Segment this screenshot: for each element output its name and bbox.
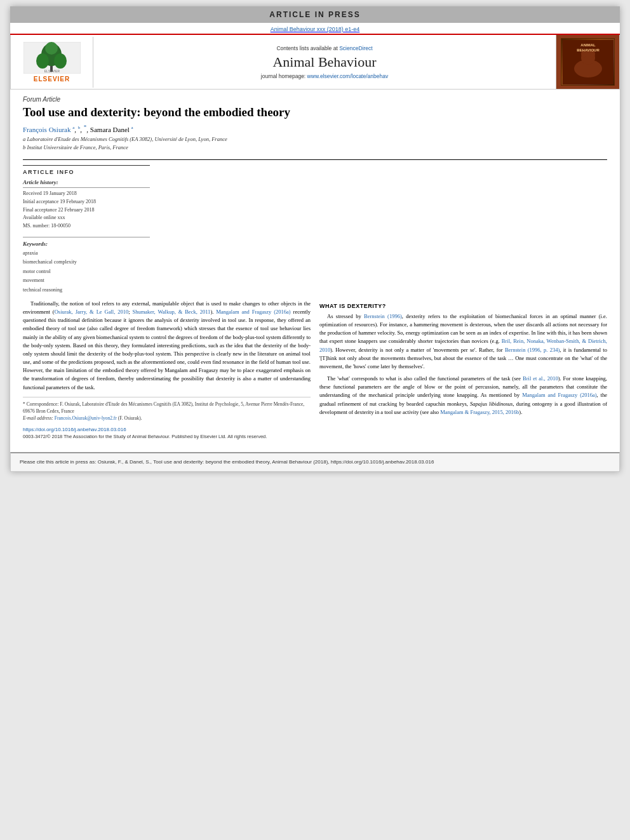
species-name: Sapajus libidinosus: [470, 401, 513, 407]
keywords-title: Keywords:: [23, 241, 150, 247]
contents-text: Contents lists available at ScienceDirec…: [100, 45, 549, 51]
svg-point-3: [36, 53, 49, 69]
doi-link[interactable]: https://doi.org/10.1016/j.anbehav.2018.0…: [23, 427, 126, 432]
body-left-column: Traditionally, the notion of tool refers…: [23, 300, 311, 439]
homepage-link[interactable]: www.elsevier.com/locate/anbehav: [307, 73, 389, 79]
footnote-email: E-mail address: Francois.Osiurak@univ-ly…: [23, 415, 311, 422]
email-link[interactable]: Francois.Osiurak@univ-lyon2.fr: [55, 415, 117, 421]
history-received: Received 19 January 2018: [23, 190, 150, 198]
svg-point-4: [54, 53, 67, 69]
affil-b[interactable]: b: [78, 125, 81, 130]
keywords-list: apraxia biomechanical complexity motor c…: [23, 249, 150, 295]
doi-line: https://doi.org/10.1016/j.anbehav.2018.0…: [23, 425, 311, 432]
journal-name: Animal Behaviour: [100, 54, 549, 70]
svg-text:ANIMAL: ANIMAL: [580, 43, 596, 47]
cover-svg: ANIMAL BEHAVIOUR: [563, 40, 613, 84]
body-right-column: WHAT IS DEXTERITY? As stressed by Bernst…: [319, 300, 607, 439]
affiliation-a: a Laboratoire d'Etude des Mécanismes Cog…: [23, 135, 607, 143]
ref-bril2010-2[interactable]: Bril et al., 2010: [523, 375, 558, 382]
keyword-movement: movement: [23, 276, 150, 285]
main-content: Forum Article Tool use and dexterity: be…: [10, 90, 620, 446]
history-initial: Initial acceptance 19 February 2018: [23, 198, 150, 206]
info-columns: ARTICLE INFO Article history: Received 1…: [23, 165, 607, 295]
ref-mangalam2015-2016b[interactable]: Mangalam & Fragaszy, 2015, 2016b: [440, 409, 519, 415]
journal-ref-text: Animal Behaviour xxx (2018) e1-e4: [271, 26, 360, 32]
citation-bar: Please cite this article in press as: Os…: [10, 452, 620, 472]
journal-ref-link[interactable]: Animal Behaviour xxx (2018) e1-e4: [271, 25, 360, 32]
elsevier-label: ELSEVIER: [34, 76, 70, 83]
keyword-biomechanical: biomechanical complexity: [23, 258, 150, 267]
article-info-box: ARTICLE INFO Article history: Received 1…: [23, 165, 150, 230]
article-info-section: ARTICLE INFO Article history: Received 1…: [23, 159, 607, 295]
ref-shumaker[interactable]: Shumaker, Walkup, & Beck, 2011: [132, 309, 210, 315]
affiliation-b: b Institut Universitaire de France, Pari…: [23, 143, 607, 152]
body-right-paragraph-1: As stressed by Bernstein (1996), dexteri…: [319, 312, 607, 371]
svg-text:ELSEVIER: ELSEVIER: [44, 69, 60, 73]
article-title: Tool use and dexterity: beyond the embod…: [23, 105, 607, 120]
page: ARTICLE IN PRESS Animal Behaviour xxx (2…: [10, 6, 620, 472]
right-info-column: [160, 165, 607, 295]
footnote-correspondence: * Correspondence: F. Osiurak, Laboratoir…: [23, 401, 311, 415]
author-danel[interactable]: Samara Danel: [90, 125, 130, 133]
aip-banner: ARTICLE IN PRESS: [10, 6, 620, 23]
svg-text:BEHAVIOUR: BEHAVIOUR: [577, 48, 600, 52]
body-paragraph-1: Traditionally, the notion of tool refers…: [23, 300, 311, 392]
ref-bernstein1996-2[interactable]: Bernstein (1996, p. 234): [505, 347, 560, 353]
ref-bril2010[interactable]: Bril, Rein, Nonaka, Wenban-Smith, & Diet…: [319, 338, 607, 352]
aip-banner-text: ARTICLE IN PRESS: [269, 10, 360, 19]
ref-osiurak2010[interactable]: Osiurak, Jarry, & Le Gall, 2010: [55, 309, 128, 315]
authors-line: François Osiurak a, b, *, Samara Danel a: [23, 124, 607, 133]
article-history-text: Received 19 January 2018 Initial accepta…: [23, 190, 150, 230]
journal-title-area: Contents lists available at ScienceDirec…: [93, 41, 556, 83]
homepage-line: journal homepage: www.elsevier.com/locat…: [100, 73, 549, 79]
keyword-apraxia: apraxia: [23, 249, 150, 258]
ref-mangalam2016a[interactable]: Mangalam and Fragaszy (2016a): [216, 309, 290, 315]
left-info-column: ARTICLE INFO Article history: Received 1…: [23, 165, 150, 295]
ref-mangalam2016a-2[interactable]: Mangalam and Fragaszy (2016a): [522, 392, 596, 398]
elsevier-logo-area: ELSEVIER ELSEVIER: [11, 37, 93, 88]
journal-header-row: ELSEVIER ELSEVIER Contents lists availab…: [10, 35, 620, 90]
affil-a2[interactable]: a: [131, 125, 133, 130]
svg-point-5: [45, 42, 58, 55]
article-history-title: Article history:: [23, 179, 150, 188]
copyright-line: 0003-3472/© 2018 The Association for the…: [23, 434, 311, 439]
footnote-area: * Correspondence: F. Osiurak, Laboratoir…: [23, 397, 311, 422]
history-final: Final acceptance 22 February 2018: [23, 206, 150, 215]
journal-cover: ANIMAL BEHAVIOUR: [556, 35, 619, 89]
forum-article-label: Forum Article: [23, 96, 607, 103]
affiliations: a Laboratoire d'Etude des Mécanismes Cog…: [23, 135, 607, 152]
history-ms: MS. number: 18-00050: [23, 222, 150, 230]
article-info-heading: ARTICLE INFO: [23, 169, 150, 175]
body-columns: Traditionally, the notion of tool refers…: [23, 300, 607, 439]
keyword-technical: technical reasoning: [23, 286, 150, 295]
citation-text: Please cite this article in press as: Os…: [20, 459, 434, 465]
keywords-section: Keywords: apraxia biomechanical complexi…: [23, 237, 150, 295]
body-right-paragraph-2: The 'what' corresponds to what is also c…: [319, 375, 607, 417]
author-osiurak[interactable]: François Osiurak: [23, 125, 70, 133]
keyword-motor: motor control: [23, 267, 150, 276]
sciencedirect-link[interactable]: ScienceDirect: [339, 45, 372, 51]
what-is-dexterity-heading: WHAT IS DEXTERITY?: [319, 303, 607, 309]
corr-star[interactable]: *: [84, 124, 87, 130]
affil-a[interactable]: a: [72, 125, 74, 130]
elsevier-tree-icon: ELSEVIER: [23, 42, 81, 74]
ref-bernstein1996[interactable]: Bernstein (1996): [364, 313, 402, 319]
history-online: Available online xxx: [23, 214, 150, 222]
cover-image: ANIMAL BEHAVIOUR: [561, 38, 615, 86]
